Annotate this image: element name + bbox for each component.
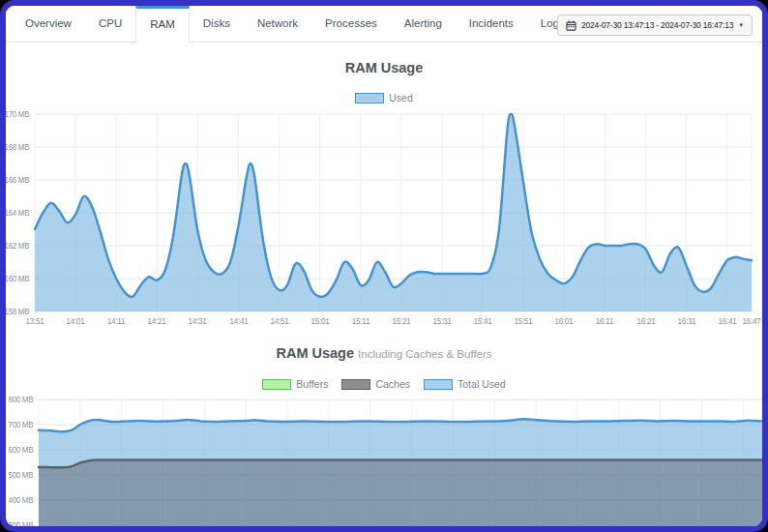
app-window: OverviewCPURAMDisksNetworkProcessesAlert…: [0, 0, 768, 532]
y-axis-label: 600 MB: [8, 445, 33, 455]
y-axis-label: 700 MB: [8, 420, 33, 429]
chart2-ram-usage-caches-buffers[interactable]: 800 MB700 MB600 MB500 MB400 MB300 MB: [6, 6, 762, 526]
y-axis-label: 500 MB: [8, 470, 33, 480]
y-axis-label: 800 MB: [8, 395, 33, 404]
chart-canvas[interactable]: [6, 6, 762, 526]
y-axis-label: 300 MB: [8, 520, 33, 530]
y-axis-label: 400 MB: [8, 495, 33, 505]
